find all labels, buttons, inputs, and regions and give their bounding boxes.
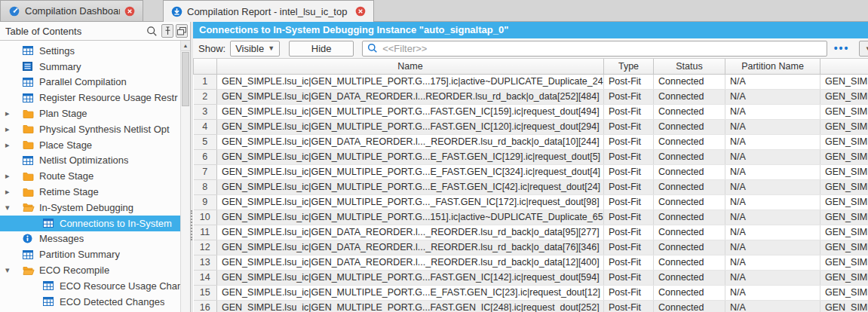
- name-cell[interactable]: GEN_SIMPLE.lsu_ic|GEN_MULTIPLE_PORT.G...…: [217, 210, 604, 225]
- partition-cell[interactable]: N/A: [725, 270, 820, 285]
- status-cell[interactable]: Connected: [654, 285, 725, 300]
- tab-compilation-report[interactable]: Compilation Report - intel_lsu_ic_top: [163, 0, 374, 22]
- name-cell[interactable]: GEN_SIMPLE.lsu_ic|GEN_MULTIPLE_PORT.G...…: [217, 104, 604, 119]
- name-cell[interactable]: GEN_SIMPLE.lsu_ic|GEN_MULTIPLE_PORT.G...…: [217, 194, 604, 210]
- partition-cell[interactable]: N/A: [725, 285, 820, 300]
- toc-item-plan-stage[interactable]: ▸Plan Stage: [0, 106, 180, 121]
- close-icon[interactable]: [355, 6, 366, 17]
- row-number-cell[interactable]: 14: [194, 270, 217, 285]
- extra-cell[interactable]: GEN_SIMPLE: [820, 300, 868, 312]
- scrollbar-thumb[interactable]: [182, 52, 189, 106]
- status-cell[interactable]: Connected: [654, 255, 725, 270]
- status-cell[interactable]: Connected: [654, 134, 725, 149]
- row-number-cell[interactable]: 7: [194, 164, 217, 179]
- status-cell[interactable]: Connected: [654, 300, 725, 312]
- toc-item-connections-to-in-system[interactable]: Connections to In-System: [0, 216, 180, 231]
- toc-item-parallel-compilation[interactable]: Parallel Compilation: [0, 75, 180, 90]
- pin-button[interactable]: [161, 24, 173, 38]
- type-cell[interactable]: Post-Fit: [604, 285, 654, 300]
- row-number-header[interactable]: [194, 59, 217, 74]
- partition-cell[interactable]: N/A: [725, 119, 820, 134]
- extra-cell[interactable]: GEN_SIMPLE: [820, 255, 868, 270]
- chevron-right-icon[interactable]: ▸: [3, 109, 23, 118]
- name-cell[interactable]: GEN_SIMPLE.lsu_ic|GEN_DATA_REORDER.l..._…: [217, 225, 604, 240]
- row-number-cell[interactable]: 16: [194, 300, 217, 312]
- name-cell[interactable]: GEN_SIMPLE.lsu_ic|GEN_DATA_REORDER.l..._…: [217, 240, 604, 255]
- type-cell[interactable]: Post-Fit: [604, 270, 654, 285]
- partition-cell[interactable]: N/A: [725, 210, 820, 225]
- status-cell[interactable]: Connected: [654, 164, 725, 179]
- type-cell[interactable]: Post-Fit: [604, 89, 654, 104]
- partition-cell[interactable]: N/A: [725, 134, 820, 149]
- status-cell[interactable]: Connected: [654, 149, 725, 164]
- extra-cell[interactable]: GEN_SIMPLE: [820, 89, 868, 104]
- hide-button[interactable]: Hide: [289, 41, 354, 57]
- row-number-cell[interactable]: 1: [194, 74, 217, 89]
- row-number-cell[interactable]: 3: [194, 104, 217, 119]
- row-number-cell[interactable]: 4: [194, 119, 217, 134]
- toc-item-messages[interactable]: Messages: [0, 231, 180, 247]
- toc-item-summary[interactable]: Summary: [0, 59, 180, 75]
- column-header-partition-name[interactable]: Partition Name: [725, 59, 820, 74]
- type-cell[interactable]: Post-Fit: [604, 119, 654, 134]
- toc-item-eco-resource-usage-chan[interactable]: ECO Resource Usage Chan: [0, 278, 180, 294]
- name-cell[interactable]: GEN_SIMPLE.lsu_ic|GEN_MULTIPLE_PORT.G...…: [217, 270, 604, 285]
- type-cell[interactable]: Post-Fit: [604, 255, 654, 270]
- type-cell[interactable]: Post-Fit: [604, 149, 654, 164]
- name-cell[interactable]: GEN_SIMPLE.lsu_ic|GEN_MULTIPLE_PORT.G...…: [217, 74, 604, 89]
- partition-cell[interactable]: N/A: [725, 255, 820, 270]
- partition-cell[interactable]: N/A: [725, 240, 820, 255]
- row-number-cell[interactable]: 13: [194, 255, 217, 270]
- toc-item-route-stage[interactable]: ▸Route Stage: [0, 168, 180, 184]
- extra-cell[interactable]: GEN_SIMPLE: [820, 225, 868, 240]
- type-cell[interactable]: Post-Fit: [604, 210, 654, 225]
- status-cell[interactable]: Connected: [654, 74, 725, 89]
- row-number-cell[interactable]: 12: [194, 240, 217, 255]
- chevron-right-icon[interactable]: ▸: [3, 171, 23, 181]
- sidebar-scrollbar[interactable]: ▲: [180, 41, 190, 312]
- close-icon[interactable]: [124, 6, 135, 17]
- name-cell[interactable]: GEN_SIMPLE.lsu_ic|GEN_MULTIPLE_PORT.G...…: [217, 119, 604, 134]
- chevron-down-icon[interactable]: ▾: [3, 265, 23, 275]
- column-header-name[interactable]: Name: [217, 59, 604, 74]
- status-cell[interactable]: Connected: [654, 89, 725, 104]
- extra-cell[interactable]: GEN_SIMPLE: [820, 134, 868, 149]
- chevron-right-icon[interactable]: ▸: [3, 140, 23, 150]
- partition-cell[interactable]: N/A: [725, 89, 820, 104]
- chevron-right-icon[interactable]: ▸: [3, 187, 23, 197]
- partition-cell[interactable]: N/A: [725, 149, 820, 164]
- float-window-button[interactable]: [176, 24, 188, 38]
- toolbar-overflow-button[interactable]: ▼: [859, 41, 868, 57]
- row-number-cell[interactable]: 11: [194, 225, 217, 240]
- more-options-button[interactable]: •••: [827, 42, 856, 54]
- column-header-status[interactable]: Status: [654, 59, 725, 74]
- name-cell[interactable]: GEN_SIMPLE.lsu_ic|GEN_MULTIPLE_PORT.G...…: [217, 300, 604, 312]
- partition-cell[interactable]: N/A: [725, 104, 820, 119]
- row-number-cell[interactable]: 8: [194, 179, 217, 194]
- partition-cell[interactable]: N/A: [725, 300, 820, 312]
- extra-cell[interactable]: GEN_SIMPLE: [820, 270, 868, 285]
- toc-item-in-system-debugging[interactable]: ▾In-System Debugging: [0, 200, 180, 216]
- scroll-up-icon[interactable]: ▲: [181, 41, 190, 51]
- type-cell[interactable]: Post-Fit: [604, 194, 654, 210]
- type-cell[interactable]: Post-Fit: [604, 74, 654, 89]
- toc-item-register-resource-usage-restr[interactable]: Register Resource Usage Restr: [0, 90, 180, 106]
- tab-compilation-dashboard[interactable]: Compilation Dashboard: [0, 0, 143, 21]
- column-header-extra[interactable]: [820, 59, 868, 74]
- status-cell[interactable]: Connected: [654, 179, 725, 194]
- extra-cell[interactable]: GEN_SIMPLE: [820, 164, 868, 179]
- type-cell[interactable]: Post-Fit: [604, 164, 654, 179]
- extra-cell[interactable]: GEN_SIMPLE: [820, 104, 868, 119]
- type-cell[interactable]: Post-Fit: [604, 225, 654, 240]
- partition-cell[interactable]: N/A: [725, 225, 820, 240]
- type-cell[interactable]: Post-Fit: [604, 104, 654, 119]
- extra-cell[interactable]: GEN_SIMPLE: [820, 240, 868, 255]
- type-cell[interactable]: Post-Fit: [604, 300, 654, 312]
- type-cell[interactable]: Post-Fit: [604, 134, 654, 149]
- filter-box[interactable]: [362, 41, 827, 57]
- chevron-down-icon[interactable]: ▾: [3, 203, 23, 213]
- toc-item-place-stage[interactable]: ▸Place Stage: [0, 137, 180, 153]
- row-number-cell[interactable]: 6: [194, 149, 217, 164]
- status-cell[interactable]: Connected: [654, 225, 725, 240]
- name-cell[interactable]: GEN_SIMPLE.lsu_ic|GEN_MULTIPLE_PORT.G...…: [217, 164, 604, 179]
